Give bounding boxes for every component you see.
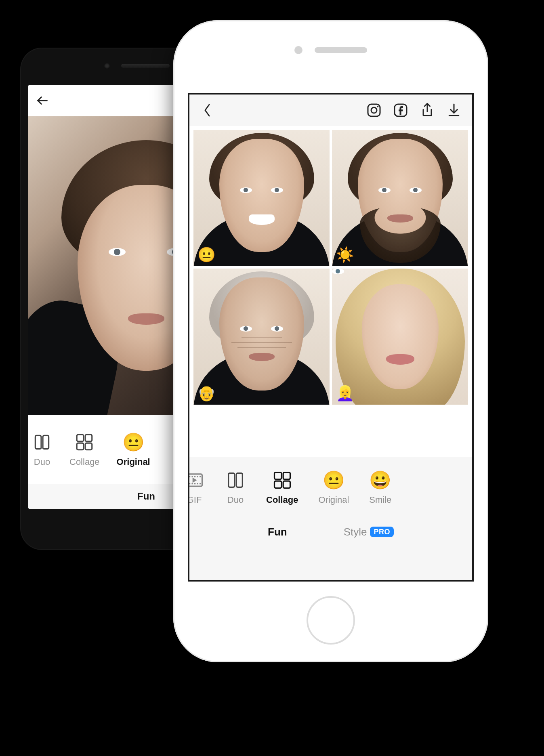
svg-rect-9	[85, 443, 92, 450]
filter-badge-smile-icon: 😐	[197, 248, 216, 262]
svg-rect-5	[43, 435, 49, 449]
svg-rect-21	[274, 472, 281, 479]
iphone-topbar	[189, 94, 472, 126]
collage-cell-female[interactable]: 👱‍♀️	[332, 269, 468, 405]
home-button[interactable]	[307, 596, 355, 645]
collage-icon	[74, 432, 95, 453]
collage-grid: 😐 ☀️ 👴 👱‍♀️	[193, 130, 468, 405]
filter-label: Smile	[369, 495, 391, 505]
filter-badge-old-icon: 👴	[197, 386, 216, 401]
svg-point-12	[377, 106, 378, 107]
filter-gif[interactable]: GIF	[189, 470, 205, 505]
pro-badge: PRO	[370, 527, 394, 537]
filter-label: Duo	[34, 457, 50, 467]
filter-label: GIF	[189, 495, 202, 505]
svg-rect-19	[229, 473, 235, 487]
filter-duo[interactable]: Duo	[32, 432, 53, 467]
svg-rect-24	[283, 481, 290, 488]
duo-icon	[32, 432, 53, 453]
android-speaker-icon	[121, 64, 170, 68]
collage-icon	[272, 470, 293, 491]
svg-point-11	[371, 107, 377, 113]
iphone-screen: 😐 ☀️ 👴 👱‍♀️	[188, 93, 474, 582]
iphone-camera-dot-icon	[294, 46, 302, 54]
iphone-filter-row[interactable]: GIF Duo Collage 😐 Original 😀 Smi	[189, 457, 472, 518]
filter-label: Collage	[266, 495, 298, 505]
android-front-sensor-icon	[104, 63, 110, 69]
smile-emoji-icon: 😀	[370, 470, 391, 491]
filter-original[interactable]: 😐 Original	[117, 432, 150, 467]
svg-rect-20	[236, 473, 242, 487]
gif-icon	[189, 470, 205, 491]
filter-collage[interactable]: Collage	[266, 470, 298, 505]
svg-rect-23	[274, 481, 281, 488]
collage-cell-smile[interactable]: 😐	[193, 130, 330, 266]
back-chevron-icon[interactable]	[198, 101, 217, 120]
duo-icon	[225, 470, 246, 491]
download-icon[interactable]	[445, 101, 463, 120]
svg-marker-16	[193, 478, 197, 483]
filter-label: Original	[318, 495, 349, 505]
filter-smile[interactable]: 😀 Smile	[369, 470, 391, 505]
collage-cell-old[interactable]: 👴	[193, 269, 330, 405]
filter-original[interactable]: 😐 Original	[318, 470, 349, 505]
filter-duo[interactable]: Duo	[225, 470, 246, 505]
iphone-speaker-icon	[315, 47, 367, 53]
filter-label: Collage	[69, 457, 100, 467]
filter-label: Duo	[227, 495, 244, 505]
original-emoji-icon: 😐	[323, 470, 344, 491]
back-arrow-icon[interactable]	[36, 94, 49, 107]
iphone-frame: 😐 ☀️ 👴 👱‍♀️	[173, 20, 488, 662]
share-icon[interactable]	[418, 101, 437, 120]
tab-fun[interactable]: Fun	[268, 526, 287, 538]
svg-rect-8	[77, 443, 84, 450]
iphone-sensors	[173, 46, 488, 54]
tab-fun[interactable]: Fun	[137, 491, 155, 502]
svg-rect-4	[35, 435, 41, 449]
tab-style-label: Style	[344, 526, 367, 538]
spacer	[189, 421, 472, 457]
filter-label: Original	[117, 457, 150, 467]
facebook-icon[interactable]	[391, 101, 410, 120]
svg-rect-7	[85, 435, 92, 441]
svg-rect-6	[77, 435, 84, 441]
original-emoji-icon: 😐	[123, 432, 144, 453]
filter-badge-spark-icon: ☀️	[336, 248, 354, 262]
svg-rect-22	[283, 472, 290, 479]
instagram-icon[interactable]	[365, 101, 383, 120]
collage-area: 😐 ☀️ 👴 👱‍♀️	[189, 126, 472, 421]
iphone-category-tabs: Fun Style PRO	[189, 518, 472, 546]
tab-style[interactable]: Style PRO	[344, 526, 394, 538]
filter-collage[interactable]: Collage	[69, 432, 100, 467]
collage-cell-spark[interactable]: ☀️	[332, 130, 468, 266]
filter-badge-female-icon: 👱‍♀️	[336, 386, 354, 401]
